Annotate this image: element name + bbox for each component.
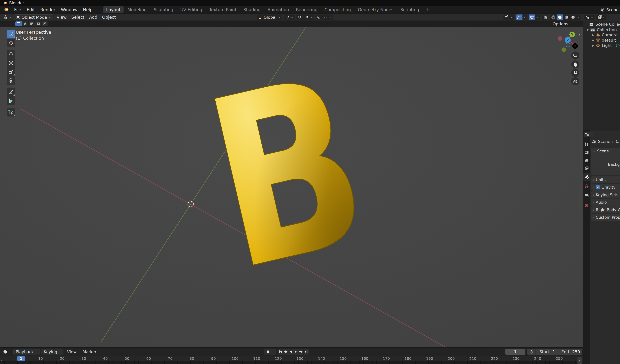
outliner-filter-dropdown[interactable]: ⌄ bbox=[596, 15, 606, 20]
workspace-tab-geometry-nodes[interactable]: Geometry Nodes bbox=[355, 6, 397, 13]
timeline-menu-view[interactable]: View bbox=[65, 349, 79, 354]
properties-tab-tool[interactable] bbox=[584, 141, 589, 146]
properties-tab-world[interactable] bbox=[584, 184, 589, 189]
chevron-down-icon[interactable]: ⌄ bbox=[272, 349, 276, 355]
playhead-line[interactable] bbox=[21, 361, 21, 364]
menu-file[interactable]: File bbox=[11, 6, 24, 13]
snap-target-dropdown[interactable] bbox=[303, 15, 310, 20]
timeline-menu-marker[interactable]: Marker bbox=[80, 349, 99, 354]
panel-custom-properties[interactable]: ›Custom Properties bbox=[591, 214, 620, 221]
transform-orientation-dropdown[interactable]: Global ⌄ bbox=[257, 15, 282, 20]
sidebar-collapse-arrow[interactable]: ‹ bbox=[578, 32, 580, 38]
chevron-down-icon[interactable]: ⌄ bbox=[523, 15, 527, 20]
properties-tab-scene[interactable] bbox=[584, 175, 589, 179]
expand-triangle-icon[interactable]: ▶ bbox=[592, 33, 594, 37]
chevron-down-icon[interactable]: ⌄ bbox=[510, 15, 514, 20]
workspace-tab-compositing[interactable]: Compositing bbox=[321, 6, 354, 13]
start-frame-field[interactable]: Start 1 bbox=[536, 349, 559, 355]
workspace-tab-texture-paint[interactable]: Texture Paint bbox=[206, 6, 239, 13]
timeline-scroll-arrow[interactable]: ‹ bbox=[577, 357, 582, 364]
use-preview-range-button[interactable] bbox=[527, 349, 536, 355]
next-keyframe-button[interactable] bbox=[298, 349, 304, 355]
jump-to-end-button[interactable] bbox=[304, 349, 309, 355]
menu-edit[interactable]: Edit bbox=[24, 6, 38, 13]
viewport-menu-view[interactable]: View bbox=[54, 14, 69, 20]
workspace-tab-shading[interactable]: Shading bbox=[240, 6, 264, 13]
viewport-zoom-button[interactable] bbox=[571, 51, 579, 59]
workspace-tab-sculpting[interactable]: Sculpting bbox=[151, 6, 176, 13]
balloon-letter-b[interactable]: B B B bbox=[178, 60, 398, 280]
tool-scale[interactable] bbox=[7, 67, 16, 76]
object-type-visibility-dropdown[interactable] bbox=[503, 15, 510, 20]
tool-rotate[interactable] bbox=[7, 59, 16, 67]
xray-toggle[interactable] bbox=[542, 15, 548, 20]
panel-expand-icon[interactable]: › bbox=[593, 216, 594, 219]
chevron-down-icon[interactable]: ⌄ bbox=[535, 15, 540, 20]
timeline-ruler[interactable]: 1020304050607080901001101201301401501601… bbox=[0, 356, 583, 361]
select-mode-subtract[interactable] bbox=[29, 21, 35, 26]
select-mode-invert[interactable] bbox=[35, 21, 41, 26]
panel-expand-icon[interactable]: ⌄ bbox=[593, 149, 595, 153]
outliner-item-light[interactable]: ▶Light bbox=[592, 43, 620, 48]
panel-audio[interactable]: ›Audio bbox=[591, 199, 620, 206]
select-mode-extend[interactable] bbox=[22, 21, 28, 26]
workspace-tab-modeling[interactable]: Modeling bbox=[124, 6, 150, 13]
timeline-expand-arrow[interactable]: › bbox=[1, 358, 2, 362]
properties-tab-render[interactable] bbox=[584, 150, 589, 155]
menu-window[interactable]: Window bbox=[58, 6, 80, 13]
viewport-menu-add[interactable]: Add bbox=[87, 14, 100, 20]
panel-expand-icon[interactable]: › bbox=[593, 201, 594, 204]
end-frame-field[interactable]: End 250 bbox=[559, 349, 582, 355]
chevron-down-icon[interactable]: ⌄ bbox=[329, 15, 333, 20]
panel-expand-icon[interactable]: › bbox=[593, 193, 594, 197]
pivot-point-dropdown[interactable]: ⌄ bbox=[284, 15, 295, 20]
light-status-icon[interactable] bbox=[616, 44, 620, 48]
viewport-menu-object[interactable]: Object bbox=[100, 14, 118, 20]
menu-help[interactable]: Help bbox=[80, 6, 95, 13]
workspace-tab-layout[interactable]: Layout bbox=[103, 6, 124, 13]
tool-cursor[interactable] bbox=[7, 39, 16, 47]
workspace-tab-rendering[interactable]: Rendering bbox=[293, 6, 320, 13]
viewport-menu-select[interactable]: Select bbox=[69, 14, 87, 20]
timeline-menu-keying[interactable]: Keying ⌄ bbox=[41, 349, 63, 354]
mode-selector[interactable]: Object Mode ⌄ bbox=[14, 15, 53, 20]
shading-solid-button[interactable] bbox=[557, 15, 563, 20]
panel-expand-icon[interactable]: › bbox=[593, 208, 594, 212]
auto-keying-record-button[interactable] bbox=[264, 349, 272, 355]
expand-triangle-icon[interactable]: ▶ bbox=[592, 39, 594, 42]
outliner-item-camera[interactable]: ▶Camera bbox=[592, 32, 620, 38]
shading-rendered-button[interactable] bbox=[570, 15, 576, 20]
tool-measure[interactable] bbox=[7, 96, 16, 105]
collapse-triangle-icon[interactable]: ▼ bbox=[587, 28, 589, 31]
viewport-3d[interactable]: B B B User Perspective (1) Collection bbox=[0, 27, 583, 347]
properties-tab-object[interactable] bbox=[584, 193, 589, 198]
tool-add-cube[interactable] bbox=[7, 108, 16, 116]
panel-expand-icon[interactable]: › bbox=[593, 186, 594, 189]
panel-units[interactable]: ›Units bbox=[591, 176, 620, 183]
workspace-tab-animation[interactable]: Animation bbox=[264, 6, 292, 13]
snap-toggle[interactable] bbox=[296, 15, 303, 20]
panel-gravity[interactable]: ›✓Gravity bbox=[591, 184, 620, 191]
tool-select-box[interactable] bbox=[7, 30, 16, 39]
editor-type-button[interactable]: ⌄ bbox=[2, 15, 13, 20]
properties-tab-view-layer[interactable] bbox=[584, 166, 589, 171]
current-frame-field[interactable]: 1 bbox=[505, 349, 526, 355]
timeline-tick-band[interactable] bbox=[0, 361, 583, 364]
workspace-tab-uv-editing[interactable]: UV Editing bbox=[177, 6, 205, 13]
tool-transform[interactable] bbox=[7, 76, 16, 85]
breadcrumb-scene-label[interactable]: Scene bbox=[598, 139, 610, 144]
menu-render[interactable]: Render bbox=[38, 6, 58, 13]
tool-annotate[interactable] bbox=[7, 87, 16, 96]
falloff-dropdown[interactable] bbox=[322, 15, 329, 20]
show-gizmo-toggle[interactable] bbox=[516, 15, 523, 20]
options-dropdown[interactable]: Options ⌄ bbox=[553, 21, 572, 26]
timeline-menu-playback[interactable]: Playback ⌄ bbox=[13, 349, 40, 354]
play-reverse-button[interactable] bbox=[288, 349, 293, 355]
shading-material-button[interactable] bbox=[563, 15, 570, 20]
jump-to-start-button[interactable] bbox=[278, 349, 283, 355]
viewport-pan-button[interactable] bbox=[571, 60, 579, 69]
properties-tab-texture[interactable] bbox=[584, 203, 589, 208]
tool-move[interactable] bbox=[7, 50, 16, 59]
show-overlays-toggle[interactable] bbox=[529, 15, 535, 20]
select-mode-intersect[interactable] bbox=[42, 21, 48, 26]
